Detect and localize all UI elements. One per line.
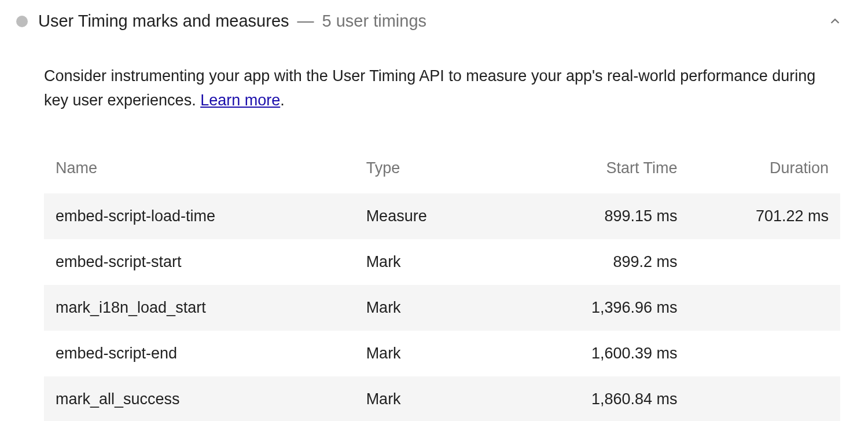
cell-duration	[689, 285, 840, 331]
description-text: Consider instrumenting your app with the…	[44, 67, 815, 109]
table-row: mark_all_success Mark 1,860.84 ms	[44, 376, 840, 421]
cell-start-time: 1,396.96 ms	[529, 285, 689, 331]
user-timing-table: Name Type Start Time Duration embed-scri…	[44, 149, 840, 421]
cell-start-time: 899.2 ms	[529, 239, 689, 285]
table-header-row: Name Type Start Time Duration	[44, 149, 840, 193]
table-row: embed-script-start Mark 899.2 ms	[44, 239, 840, 285]
audit-description: Consider instrumenting your app with the…	[44, 64, 840, 113]
cell-duration: 701.22 ms	[689, 193, 840, 239]
description-period: .	[280, 91, 285, 109]
table-row: embed-script-load-time Measure 899.15 ms…	[44, 193, 840, 239]
cell-name: mark_i18n_load_start	[44, 285, 355, 331]
cell-name: embed-script-start	[44, 239, 355, 285]
cell-start-time: 1,860.84 ms	[529, 376, 689, 421]
col-header-start-time: Start Time	[529, 149, 689, 193]
table-row: embed-script-end Mark 1,600.39 ms	[44, 331, 840, 376]
audit-header[interactable]: User Timing marks and measures — 5 user …	[16, 12, 852, 31]
chevron-up-icon	[829, 15, 841, 28]
col-header-duration: Duration	[689, 149, 840, 193]
cell-start-time: 899.15 ms	[529, 193, 689, 239]
status-dot-icon	[16, 16, 28, 27]
cell-duration	[689, 239, 840, 285]
audit-subtitle: 5 user timings	[322, 12, 427, 31]
table-row: mark_i18n_load_start Mark 1,396.96 ms	[44, 285, 840, 331]
learn-more-link[interactable]: Learn more	[200, 91, 280, 109]
dash-separator: —	[297, 12, 314, 31]
cell-type: Mark	[355, 239, 530, 285]
cell-duration	[689, 331, 840, 376]
cell-name: embed-script-end	[44, 331, 355, 376]
cell-name: embed-script-load-time	[44, 193, 355, 239]
cell-type: Measure	[355, 193, 530, 239]
cell-type: Mark	[355, 285, 530, 331]
cell-duration	[689, 376, 840, 421]
cell-type: Mark	[355, 376, 530, 421]
audit-body: Consider instrumenting your app with the…	[16, 64, 852, 421]
audit-user-timing: User Timing marks and measures — 5 user …	[16, 12, 852, 421]
cell-type: Mark	[355, 331, 530, 376]
audit-title-line: User Timing marks and measures — 5 user …	[38, 12, 807, 31]
col-header-name: Name	[44, 149, 355, 193]
cell-name: mark_all_success	[44, 376, 355, 421]
col-header-type: Type	[355, 149, 530, 193]
collapse-toggle[interactable]	[817, 15, 852, 28]
audit-title: User Timing marks and measures	[38, 12, 289, 31]
cell-start-time: 1,600.39 ms	[529, 331, 689, 376]
